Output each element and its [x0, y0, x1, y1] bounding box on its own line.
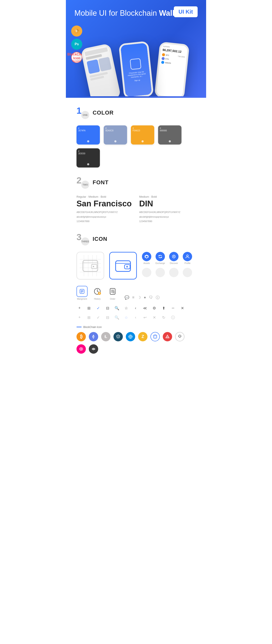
share-icon[interactable]: ≪ — [142, 305, 148, 311]
swatch-1: #3574FA — [76, 126, 100, 144]
icon-sketch-wallet — [76, 252, 104, 280]
header-section: Mobile UI for Blockchain Wallet UI Kit S… — [66, 0, 206, 98]
blackcoin-icon[interactable] — [114, 332, 123, 341]
two-circle: TWO — [81, 181, 89, 189]
management-icon[interactable] — [76, 286, 88, 297]
star-icon-2: ☆ — [123, 314, 129, 320]
blockchain-label: BlockChain Icon — [76, 326, 196, 328]
svg-point-14 — [93, 266, 94, 267]
qr-icon[interactable]: ⊟ — [104, 305, 110, 311]
plus-icon[interactable]: + — [76, 305, 82, 311]
color-label: COLOR — [93, 110, 114, 116]
font-section: 2 TWO FONT Regular · Medium · Bold San F… — [66, 176, 206, 233]
circle-icon[interactable]: ● — [144, 295, 146, 300]
polygon-icon[interactable] — [76, 344, 86, 354]
search-icon[interactable]: 🔍 — [114, 305, 120, 311]
list-icon-2: ⊞ — [86, 314, 92, 320]
svg-marker-51 — [154, 336, 156, 338]
icon-history: History — [92, 286, 103, 300]
misc-icons-row: 💬 ≡ ☽ ● 🗨 ⓘ — [124, 295, 160, 300]
section-header-font: 2 TWO FONT — [76, 176, 196, 189]
section-header-icon: 3 THREE ICON — [76, 233, 196, 246]
dash-icon[interactable] — [126, 332, 135, 341]
assets-icon-inactive — [142, 268, 151, 277]
back-icon-2: ‹ — [132, 314, 138, 320]
exchange-icon-inactive — [156, 268, 165, 277]
blockchain-line — [76, 327, 82, 327]
worldcoin-icon[interactable] — [150, 332, 160, 341]
svg-marker-57 — [179, 336, 180, 337]
avalanche-icon[interactable] — [163, 332, 172, 341]
icon-assets: Assets — [142, 252, 151, 264]
list-icon[interactable]: ⊞ — [86, 305, 92, 311]
icon-discover: Discover — [169, 252, 178, 264]
layers-icon[interactable]: ≡ — [132, 295, 134, 300]
check-icon-2: ✓ — [95, 314, 101, 320]
refresh-icon-2: ↻ — [161, 314, 166, 320]
svg-rect-12 — [83, 260, 98, 272]
tool-icons-row-faded: + ⊞ ✓ ⊟ 🔍 ☆ ‹ ↩ ✕ ↻ ⓘ — [76, 314, 196, 320]
color-section: 1 ONE COLOR #3574FA #8DA0C8 #F5A623 — [66, 98, 206, 176]
one-circle: ONE — [81, 111, 89, 119]
tool-icons-row: + ⊞ ✓ ⊟ 🔍 ☆ ‹ ≪ ⚙ ⬆ ↔ ✕ — [76, 305, 196, 311]
history-icon[interactable] — [92, 286, 103, 297]
crypto-icons-row: ₿ Ł — [76, 332, 196, 354]
exchange-icon[interactable] — [156, 252, 165, 261]
back-icon[interactable]: ‹ — [132, 305, 138, 311]
swap-icon[interactable]: ↔ — [170, 305, 176, 311]
action-icons-row: Mangment History — [76, 286, 196, 300]
section-number-3: 3 THREE — [76, 233, 89, 246]
phones-wrapper: Character may be mastered in the good mo… — [74, 22, 198, 96]
icon-profile: Profile — [183, 252, 192, 264]
discover-icon[interactable] — [169, 252, 178, 261]
discover-icon-inactive — [169, 268, 178, 277]
font-label: FONT — [93, 179, 108, 186]
settings-icon[interactable]: ⚙ — [151, 305, 157, 311]
ui-kit-badge: UI Kit — [174, 6, 198, 17]
svg-marker-42 — [94, 337, 95, 339]
info-icon[interactable]: ⓘ — [156, 295, 160, 300]
title-regular: Mobile UI for Blockchain — [74, 9, 159, 18]
assets-icon[interactable] — [142, 252, 151, 261]
tezos-icon[interactable] — [175, 332, 184, 341]
icon-order: Order — [107, 286, 118, 300]
phone-2: Character may be mastered in the good mo… — [118, 41, 154, 96]
icon-main-row: Assets Exchange — [76, 252, 196, 280]
search-icon-2: 🔍 — [114, 314, 120, 320]
svg-point-59 — [80, 348, 82, 350]
svg-point-23 — [174, 256, 174, 257]
svg-marker-50 — [154, 334, 157, 339]
order-icon[interactable] — [107, 286, 118, 297]
phone-1 — [80, 43, 121, 96]
close-icon[interactable]: ✕ — [179, 305, 185, 311]
litecoin-icon[interactable]: Ł — [101, 332, 110, 341]
star-icon[interactable]: ☆ — [123, 305, 129, 311]
icon-management: Mangment — [76, 286, 88, 300]
zcash-icon[interactable]: Z — [138, 332, 148, 341]
swatch-4: #666666 — [158, 126, 182, 144]
section-number-1: 1 ONE — [76, 106, 89, 119]
bitcoin-icon[interactable]: ₿ — [76, 332, 86, 341]
nav-icons-container: Assets Exchange — [142, 252, 192, 277]
check-icon[interactable]: ✓ — [95, 305, 101, 311]
profile-icon[interactable] — [183, 252, 192, 261]
three-circle: THREE — [81, 238, 89, 246]
phone-3: myWallet $6,297,502.12 BTC 738-2003 ETH — [154, 42, 190, 96]
share-icon-2: ↩ — [142, 314, 148, 320]
svg-marker-56 — [178, 335, 181, 338]
ethereum-icon[interactable] — [89, 332, 98, 341]
profile-icon-inactive — [183, 268, 192, 277]
icon-exchange: Exchange — [156, 252, 165, 264]
upload-icon[interactable]: ⬆ — [161, 305, 166, 311]
svg-point-45 — [130, 336, 131, 338]
svg-rect-16 — [116, 261, 130, 272]
icon-blue-wallet — [109, 252, 137, 280]
bubble-icon[interactable]: 🗨 — [149, 295, 153, 300]
svg-point-25 — [186, 255, 188, 256]
chat-icon[interactable]: 💬 — [124, 295, 129, 300]
color-swatches: #3574FA #8DA0C8 #F5A623 #666666 #303 — [76, 126, 196, 168]
eth2-icon[interactable] — [89, 344, 98, 354]
svg-marker-43 — [92, 337, 94, 339]
nav-icons-row-1: Assets Exchange — [142, 252, 192, 264]
moon-icon[interactable]: ☽ — [138, 295, 141, 300]
